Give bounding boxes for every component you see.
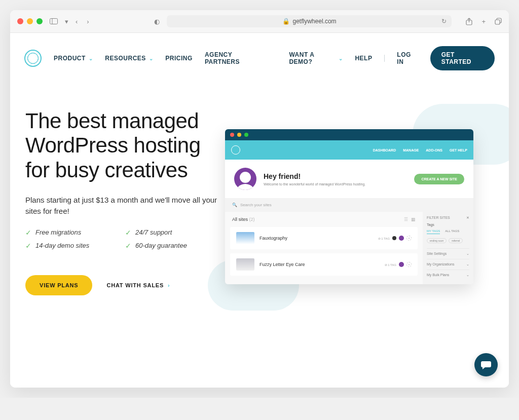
check-icon: ✓ — [25, 242, 31, 250]
window-maximize — [244, 133, 248, 137]
site-thumbnail — [236, 232, 254, 244]
cta-row: VIEW PLANS CHAT WITH SALES› — [25, 275, 218, 295]
window-close — [230, 133, 234, 137]
feature-list: ✓Free migrations ✓24/7 support ✓14-day d… — [25, 228, 218, 250]
nav-arrows: ‹ › — [76, 18, 89, 25]
nav-help[interactable]: HELP — [355, 55, 372, 62]
hero-copy: The best managed WordPress hosting for b… — [25, 109, 218, 295]
sidebar-link: My Organizations⌄ — [427, 259, 469, 270]
dash-nav-item: ADD-ONS — [426, 148, 442, 152]
collaborator-dot — [399, 262, 404, 267]
url-text: getflywheel.com — [293, 18, 337, 25]
sidebar-link: Site Settings⌄ — [427, 248, 469, 259]
tab-all-tags: ALL TAGS — [445, 230, 459, 234]
dash-nav-item: GET HELP — [450, 148, 467, 152]
sidebar-link: My Bulk Plans⌄ — [427, 270, 469, 280]
browser-window: ▾ ‹ › ◐ 🔒 getflywheel.com ↻ + PRODUCT⌄ — [10, 10, 509, 388]
separator — [384, 55, 385, 62]
browser-chrome: ▾ ‹ › ◐ 🔒 getflywheel.com ↻ + — [10, 10, 509, 33]
chevron-down-icon[interactable]: ▾ — [65, 18, 68, 25]
list-view-icon: ☰ — [404, 217, 408, 222]
dash-sidebar: FILTER SITES✕ Tags MY TAGS ALL TAGS endi… — [423, 212, 473, 284]
site-thumbnail — [236, 258, 254, 271]
chevron-down-icon: ⌄ — [89, 56, 93, 61]
forward-button[interactable]: › — [87, 18, 89, 25]
tabs-icon[interactable] — [495, 18, 502, 25]
create-site-button: CREATE A NEW SITE — [414, 174, 464, 184]
nav-resources[interactable]: RESOURCES⌄ — [105, 55, 153, 62]
lock-icon: 🔒 — [282, 18, 290, 25]
hero-subtext: Plans starting at just $13 a month and w… — [25, 195, 218, 217]
sidebar-icon[interactable] — [50, 18, 58, 24]
feature-item: ✓60-day guarantee — [125, 242, 218, 250]
nav-demo[interactable]: WANT A DEMO?⌄ — [289, 51, 343, 65]
add-icon: + — [406, 262, 412, 267]
nav-pricing[interactable]: PRICING — [165, 55, 193, 62]
site-row: Fuzzy Letter Eye Care ⊘ 1 TAG + — [230, 253, 418, 276]
shield-icon[interactable]: ◐ — [154, 18, 160, 25]
address-bar[interactable]: 🔒 getflywheel.com ↻ — [167, 15, 452, 27]
chat-with-sales-link[interactable]: CHAT WITH SALES› — [106, 282, 170, 288]
traffic-lights — [17, 18, 43, 24]
site-name: Fuzzy Letter Eye Care — [260, 262, 305, 267]
hero-illustration: DASHBOARD MANAGE ADD-ONS GET HELP Hey fr… — [223, 109, 494, 295]
check-icon: ✓ — [125, 242, 131, 250]
hero-section: The best managed WordPress hosting for b… — [10, 84, 509, 336]
grid-view-icon: ▦ — [411, 217, 416, 222]
new-tab-icon[interactable]: + — [481, 18, 486, 25]
feature-item: ✓24/7 support — [125, 228, 218, 237]
close-icon: ✕ — [466, 216, 469, 220]
page-content: PRODUCT⌄ RESOURCES⌄ PRICING AGENCY PARTN… — [10, 33, 509, 388]
site-nav: PRODUCT⌄ RESOURCES⌄ PRICING AGENCY PARTN… — [10, 33, 509, 84]
tag-pill: referral — [449, 238, 463, 243]
dash-nav-item: DASHBOARD — [373, 148, 396, 152]
filter-label: FILTER SITES — [427, 216, 450, 220]
greeting-sub: Welcome to the wonderful world of manage… — [264, 182, 365, 186]
reload-icon[interactable]: ↻ — [441, 18, 447, 25]
greeting: Hey friend! — [264, 172, 365, 180]
dash-body: All sites (2) ☰▦ Fauxtography ⊘ 1 TAG — [225, 212, 473, 284]
check-icon: ✓ — [125, 228, 131, 237]
dash-titlebar — [225, 129, 473, 140]
window-minimize — [237, 133, 241, 137]
dash-nav-item: MANAGE — [403, 148, 419, 152]
window-maximize[interactable] — [36, 18, 43, 24]
dash-search: 🔍 Search your sites — [225, 198, 473, 212]
share-icon[interactable] — [466, 18, 472, 25]
window-close[interactable] — [17, 18, 23, 24]
flywheel-logo[interactable] — [24, 50, 42, 67]
get-started-button[interactable]: GET STARTED — [430, 46, 495, 70]
nav-agency-partners[interactable]: AGENCY PARTNERS — [205, 51, 265, 65]
tab-my-tags: MY TAGS — [427, 230, 440, 234]
chat-widget-button[interactable] — [474, 353, 498, 376]
svg-rect-3 — [495, 20, 500, 24]
feature-item: ✓14-day demo sites — [25, 242, 118, 250]
dash-topbar: DASHBOARD MANAGE ADD-ONS GET HELP — [225, 140, 473, 160]
search-placeholder: Search your sites — [240, 203, 272, 207]
chevron-down-icon: ⌄ — [339, 56, 343, 61]
dash-nav: DASHBOARD MANAGE ADD-ONS GET HELP — [373, 148, 467, 152]
nav-login[interactable]: LOG IN — [397, 51, 418, 65]
flywheel-logo — [231, 145, 240, 155]
tag-badge: ⊘ 1 TAG — [378, 237, 390, 240]
back-button[interactable]: ‹ — [76, 18, 78, 25]
search-icon: 🔍 — [232, 203, 237, 207]
tag-badge: ⊘ 1 TAG — [385, 263, 396, 266]
dashboard-mock: DASHBOARD MANAGE ADD-ONS GET HELP Hey fr… — [225, 129, 473, 284]
avatar — [234, 168, 256, 190]
nav-product[interactable]: PRODUCT⌄ — [54, 55, 93, 62]
chevron-down-icon: ⌄ — [149, 56, 154, 61]
add-icon: + — [406, 236, 412, 241]
site-name: Fauxtography — [260, 236, 287, 241]
site-row: Fauxtography ⊘ 1 TAG + — [230, 227, 418, 249]
window-minimize[interactable] — [27, 18, 33, 24]
feature-item: ✓Free migrations — [25, 228, 118, 237]
view-plans-button[interactable]: VIEW PLANS — [25, 275, 92, 295]
collaborator-dot — [399, 236, 404, 241]
all-sites-header: All sites (2) ☰▦ — [225, 212, 423, 227]
tags-header: Tags — [427, 223, 469, 226]
check-icon: ✓ — [25, 228, 31, 237]
chevron-right-icon: › — [168, 282, 170, 288]
svg-rect-0 — [50, 19, 58, 24]
collaborator-dot — [392, 236, 396, 240]
